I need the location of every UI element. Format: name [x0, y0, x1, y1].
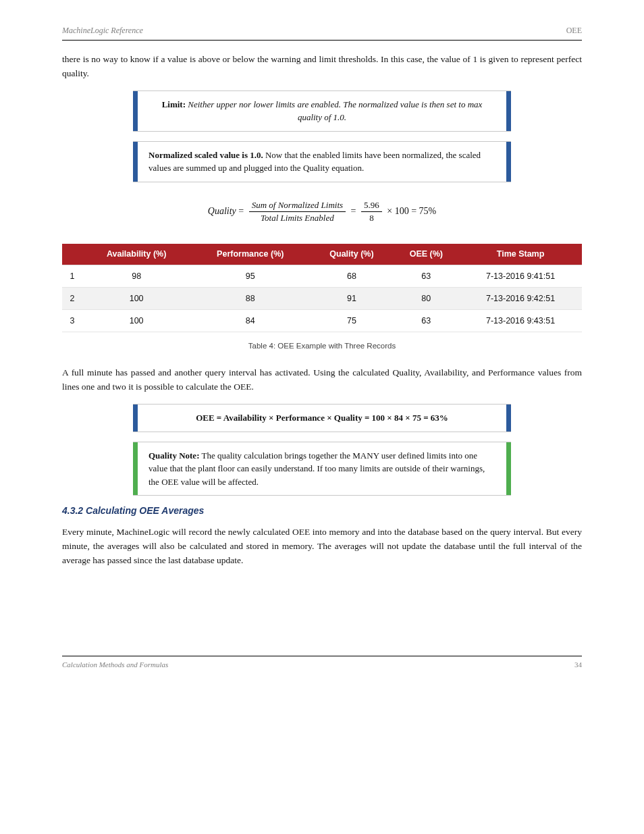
- table-cell: 80: [394, 288, 460, 310]
- header-left: MachineLogic Reference: [62, 26, 143, 36]
- table-cell: 7-13-2016 9:41:51: [459, 265, 582, 288]
- table-cell: 7-13-2016 9:42:51: [459, 288, 582, 310]
- callout-edge-right: [506, 405, 511, 432]
- table-cell: 95: [190, 265, 310, 288]
- page-header: MachineLogic Reference OEE: [62, 26, 582, 41]
- callout-quality-note: Quality Note: The quality calculation br…: [133, 442, 511, 496]
- callout-edge-left: [133, 91, 138, 131]
- footer-left: Calculation Methods and Formulas: [62, 660, 168, 669]
- table-header: Quality (%): [310, 244, 393, 265]
- callout-label: Quality Note:: [149, 450, 199, 461]
- callout-body: OEE = Availability × Performance × Quali…: [138, 405, 506, 432]
- eq-fraction-2: 5.96 8: [361, 200, 382, 224]
- callout-oee-equation: OEE = Availability × Performance × Quali…: [133, 404, 511, 432]
- eq-fraction-1: Sum of Normalized Limits Total Limits En…: [249, 200, 346, 224]
- table-caption: Table 4: OEE Example with Three Records: [62, 342, 582, 350]
- callout-bold: OEE = Availability × Performance × Quali…: [196, 413, 448, 423]
- callout-limit-disabled: Limit: Neither upper nor lower limits ar…: [133, 90, 511, 132]
- table-cell: 88: [190, 288, 310, 310]
- table-cell: 2: [62, 288, 82, 310]
- eq-mult: × 100 =: [387, 206, 419, 216]
- intro-paragraph: there is no way to know if a value is ab…: [62, 53, 582, 81]
- eq-frac1-num: Sum of Normalized Limits: [249, 200, 346, 212]
- page-footer: Calculation Methods and Formulas 34: [62, 656, 582, 669]
- quality-equation: Quality = Sum of Normalized Limits Total…: [62, 200, 582, 224]
- callout-italic: Neither upper nor lower limits are enabl…: [188, 99, 482, 123]
- table-cell: 100: [82, 310, 190, 332]
- callout-body: Limit: Neither upper nor lower limits ar…: [138, 91, 506, 131]
- table-header: OEE (%): [394, 244, 460, 265]
- callout-edge-left: [133, 442, 138, 496]
- table-header-row: Availability (%) Performance (%) Quality…: [62, 244, 582, 265]
- table-cell: 91: [310, 288, 393, 310]
- callout-edge-left: [133, 405, 138, 432]
- eq-frac1-den: Total Limits Enabled: [249, 212, 346, 224]
- callout-normalized-value: Normalized scaled value is 1.0. Now that…: [133, 141, 511, 182]
- eq-result: 75%: [419, 206, 437, 216]
- eq-equals: =: [238, 206, 246, 216]
- table-header: Performance (%): [190, 244, 310, 265]
- table-cell: 84: [190, 310, 310, 332]
- callout-edge-right: [506, 142, 511, 182]
- table-header: Time Stamp: [459, 244, 582, 265]
- callout-plain: The quality calculation brings together …: [149, 450, 485, 487]
- callout-value: 1.0.: [250, 150, 263, 160]
- table-row: 1 98 95 68 63 7-13-2016 9:41:51: [62, 265, 582, 288]
- callout-edge-right: [506, 442, 511, 496]
- section-paragraph: Every minute, MachineLogic will record t…: [62, 525, 582, 568]
- table-cell: 98: [82, 265, 190, 288]
- table-cell: 63: [394, 310, 460, 332]
- table-row: 3 100 84 75 63 7-13-2016 9:43:51: [62, 310, 582, 332]
- table-cell: 63: [394, 265, 460, 288]
- oee-example-table: Availability (%) Performance (%) Quality…: [62, 244, 582, 333]
- callout-body: Quality Note: The quality calculation br…: [138, 442, 506, 496]
- section-heading: 4.3.2 Calculating OEE Averages: [62, 505, 582, 516]
- table-cell: 7-13-2016 9:43:51: [459, 310, 582, 332]
- body-paragraph: A full minute has passed and another que…: [62, 366, 582, 394]
- table-row: 2 100 88 91 80 7-13-2016 9:42:51: [62, 288, 582, 310]
- table-cell: 68: [310, 265, 393, 288]
- table-cell: 100: [82, 288, 190, 310]
- callout-edge-right: [506, 91, 511, 131]
- callout-label: Limit:: [162, 99, 188, 109]
- table-header: [62, 244, 82, 265]
- eq-frac2-den: 8: [361, 212, 382, 224]
- eq-lhs: Quality: [208, 206, 236, 216]
- table-cell: 75: [310, 310, 393, 332]
- eq-frac2-num: 5.96: [361, 200, 382, 212]
- table-cell: 1: [62, 265, 82, 288]
- eq-equals-2: =: [351, 206, 358, 216]
- table-header: Availability (%): [82, 244, 190, 265]
- callout-body: Normalized scaled value is 1.0. Now that…: [138, 142, 506, 182]
- callout-edge-left: [133, 142, 138, 182]
- table-cell: 3: [62, 310, 82, 332]
- header-right: OEE: [566, 26, 582, 36]
- callout-label: Normalized scaled value is: [149, 150, 250, 160]
- footer-right: 34: [574, 660, 582, 669]
